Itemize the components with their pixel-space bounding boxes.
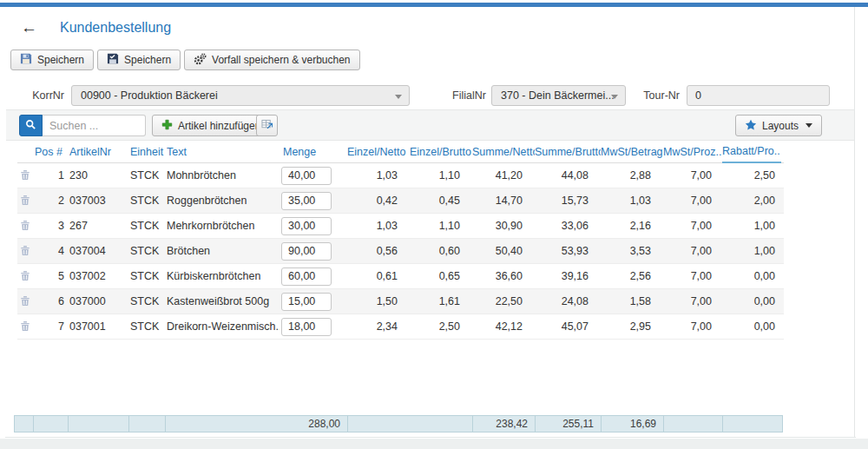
page-background-strip bbox=[0, 439, 868, 449]
column-header-einzel-brutto[interactable]: Einzel/Brutto bbox=[410, 146, 472, 158]
summe-brutto-cell: 53,93 bbox=[535, 245, 601, 257]
summe-netto-cell: 42,12 bbox=[472, 320, 535, 333]
text-cell: Mohnbrötchen bbox=[165, 169, 279, 182]
delete-row-icon[interactable] bbox=[20, 243, 30, 256]
mwst-betrag-cell: 1,58 bbox=[601, 295, 663, 307]
delete-row-icon[interactable] bbox=[20, 294, 30, 307]
summe-netto-cell: 14,70 bbox=[472, 195, 535, 207]
text-cell: Roggenbrötchen bbox=[165, 195, 279, 207]
summe-brutto-cell: 39,16 bbox=[535, 270, 601, 282]
menge-input[interactable] bbox=[281, 293, 332, 311]
einheit-cell: STCK bbox=[128, 195, 165, 207]
column-header-summe-brutto[interactable]: Summe/Brutto bbox=[535, 146, 601, 158]
korrnr-select[interactable]: 00900 - Produktion Bäckerei bbox=[71, 85, 410, 106]
add-article-button[interactable]: Artikel hinzufügen bbox=[152, 115, 270, 136]
chevron-down-icon bbox=[395, 95, 402, 99]
mwst-betrag-cell: 1,03 bbox=[601, 195, 663, 207]
table-row: 6 037000 STCK Kastenweißbrot 500g 1,50 1… bbox=[17, 289, 784, 314]
menge-input[interactable] bbox=[281, 318, 332, 336]
layouts-button[interactable]: Layouts bbox=[735, 115, 822, 136]
einzel-netto-cell: 1,03 bbox=[347, 169, 410, 182]
artikelnr-cell: 037003 bbox=[68, 195, 128, 207]
table-row: 4 037004 STCK Brötchen 0,56 0,60 50,40 5… bbox=[17, 239, 784, 264]
column-header-rabatt-proz-sorted[interactable]: Rabatt/Pro.. bbox=[722, 142, 781, 163]
back-arrow-icon[interactable]: ← bbox=[21, 19, 37, 36]
totals-cell bbox=[69, 416, 129, 432]
pos-cell: 3 bbox=[33, 220, 68, 232]
einheit-cell: STCK bbox=[128, 320, 165, 333]
rabatt-proz-cell: 2,50 bbox=[722, 169, 781, 182]
search-button[interactable] bbox=[19, 115, 43, 136]
menge-input[interactable] bbox=[281, 267, 332, 286]
column-header-summe-netto[interactable]: Summe/Netto bbox=[472, 146, 535, 158]
text-cell: Kastenweißbrot 500g bbox=[165, 295, 279, 307]
delete-row-icon[interactable] bbox=[20, 268, 30, 281]
totals-cell bbox=[34, 416, 69, 432]
mwst-proz-cell: 7,00 bbox=[663, 220, 722, 232]
panel-divider bbox=[5, 437, 856, 438]
einzel-netto-cell: 0,42 bbox=[347, 195, 410, 207]
text-cell: Brötchen bbox=[165, 245, 279, 257]
summe-brutto-cell: 24,08 bbox=[535, 295, 601, 307]
delete-row-icon[interactable] bbox=[20, 193, 30, 206]
pos-cell: 6 bbox=[33, 295, 68, 307]
text-cell: Mehrkornbrötchen bbox=[165, 220, 279, 232]
menge-input[interactable] bbox=[281, 167, 332, 185]
column-header-menge[interactable]: Menge bbox=[279, 146, 347, 158]
delete-row-icon[interactable] bbox=[20, 218, 30, 231]
summe-brutto-cell: 33,06 bbox=[535, 220, 601, 232]
einzel-brutto-cell: 2,50 bbox=[410, 320, 472, 333]
table-export-button[interactable] bbox=[256, 115, 278, 136]
table-row: 3 267 STCK Mehrkornbrötchen 1,03 1,10 30… bbox=[17, 214, 784, 239]
einheit-cell: STCK bbox=[128, 245, 165, 257]
mwst-betrag-cell: 2,16 bbox=[601, 220, 663, 232]
star-icon bbox=[745, 119, 757, 133]
rabatt-proz-cell: 1,00 bbox=[722, 220, 781, 232]
column-header-pos[interactable]: Pos # bbox=[33, 146, 68, 158]
save-button[interactable]: Speichern bbox=[10, 50, 94, 70]
column-header-text[interactable]: Text bbox=[165, 146, 279, 158]
menge-input[interactable] bbox=[281, 217, 332, 235]
save-check-button[interactable]: Speichern bbox=[97, 50, 181, 70]
gears-icon bbox=[194, 53, 207, 68]
delete-row-icon[interactable] bbox=[20, 319, 30, 332]
einzel-brutto-cell: 1,10 bbox=[410, 220, 472, 232]
summe-brutto-cell: 15,73 bbox=[535, 195, 601, 207]
einzel-brutto-cell: 1,10 bbox=[410, 169, 472, 182]
search-input[interactable] bbox=[43, 115, 146, 136]
totals-cell bbox=[15, 416, 34, 432]
order-items-table: Pos # ArtikelNr Einheit Text Menge Einze… bbox=[17, 142, 784, 432]
artikelnr-cell: 037004 bbox=[68, 245, 128, 257]
column-header-mwst-proz[interactable]: MwSt/Proz... bbox=[663, 146, 722, 158]
tournr-input[interactable] bbox=[687, 85, 830, 106]
mwst-proz-cell: 7,00 bbox=[663, 270, 722, 282]
column-header-einheit[interactable]: Einheit bbox=[128, 146, 165, 158]
mwst-proz-cell: 7,00 bbox=[663, 169, 722, 182]
mwst-proz-cell: 7,00 bbox=[663, 295, 722, 307]
mwst-betrag-cell: 2,95 bbox=[601, 320, 663, 333]
column-header-mwst-betrag[interactable]: MwSt/Betrag bbox=[601, 146, 663, 158]
order-header-form: KorrNr 00900 - Produktion Bäckerei Filia… bbox=[0, 84, 868, 107]
totals-cell bbox=[723, 416, 782, 432]
einheit-cell: STCK bbox=[128, 169, 165, 182]
artikelnr-cell: 230 bbox=[68, 169, 128, 182]
delete-row-icon[interactable] bbox=[20, 168, 30, 181]
save-and-post-button[interactable]: Vorfall speichern & verbuchen bbox=[184, 50, 359, 70]
mwst-proz-cell: 7,00 bbox=[663, 320, 722, 333]
einzel-brutto-cell: 1,61 bbox=[410, 295, 472, 307]
einzel-netto-cell: 2,34 bbox=[347, 320, 410, 333]
table-header-row: Pos # ArtikelNr Einheit Text Menge Einze… bbox=[17, 142, 784, 163]
summe-netto-cell: 22,50 bbox=[472, 295, 535, 307]
app-window: ← Kundenbestellung Speichern Speichern V… bbox=[0, 0, 868, 449]
pos-cell: 5 bbox=[33, 270, 68, 282]
artikelnr-cell: 267 bbox=[68, 220, 128, 232]
column-header-artikelnr[interactable]: ArtikelNr bbox=[68, 146, 128, 158]
plus-icon bbox=[161, 119, 173, 133]
korrnr-label: KorrNr bbox=[0, 89, 71, 102]
filialnr-select[interactable]: 370 - Dein Bäckermei... bbox=[491, 85, 626, 106]
menge-input[interactable] bbox=[281, 192, 332, 210]
column-header-einzel-netto[interactable]: Einzel/Netto bbox=[347, 146, 410, 158]
table-row: 7 037001 STCK Dreikorn-Weizenmisch... 2,… bbox=[17, 314, 784, 340]
action-buttons-row: Speichern Speichern Vorfall speichern & … bbox=[10, 50, 360, 70]
menge-input[interactable] bbox=[281, 242, 332, 261]
